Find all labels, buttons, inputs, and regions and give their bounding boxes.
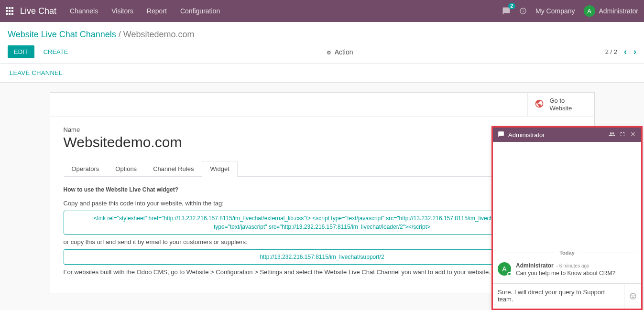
emoji-icon[interactable] — [624, 284, 641, 309]
chat-icon — [498, 131, 504, 139]
nav-report[interactable]: Report — [147, 7, 167, 15]
message-count-badge: 2 — [508, 3, 516, 9]
pager-next[interactable]: › — [633, 47, 636, 57]
messages-icon[interactable]: 2 — [502, 7, 511, 15]
breadcrumb-root[interactable]: Website Live Chat Channels — [8, 30, 116, 39]
edit-button[interactable]: EDIT — [8, 45, 34, 58]
chat-header[interactable]: Administrator — [493, 128, 641, 142]
pager: 2 / 2 ‹ › — [605, 47, 636, 57]
chat-title: Administrator — [508, 131, 605, 139]
avatar: A — [584, 5, 595, 17]
chat-body[interactable]: Today A Administrator - 6 minutes ago Ca… — [493, 142, 641, 283]
status-bar: LEAVE CHANNEL — [0, 64, 644, 83]
chat-message: A Administrator - 6 minutes ago Can you … — [498, 260, 636, 278]
nav-visitors[interactable]: Visitors — [111, 7, 133, 15]
leave-channel-button[interactable]: LEAVE CHANNEL — [10, 69, 63, 76]
pager-text: 2 / 2 — [605, 48, 617, 55]
nav-configuration[interactable]: Configuration — [180, 7, 220, 15]
chat-composer — [493, 283, 641, 309]
date-separator: Today — [498, 250, 636, 256]
expand-icon[interactable] — [619, 131, 626, 139]
button-box: Go to Website — [50, 93, 594, 117]
gear-icon: ⚙ — [327, 50, 331, 55]
tab-options[interactable]: Options — [107, 161, 145, 176]
tab-channel-rules[interactable]: Channel Rules — [145, 161, 202, 176]
message-avatar: A — [498, 262, 511, 276]
app-brand[interactable]: Live Chat — [20, 6, 56, 16]
composer-input[interactable] — [493, 284, 624, 309]
globe-icon — [535, 99, 544, 110]
user-name: Administrator — [599, 7, 638, 15]
user-menu[interactable]: A Administrator — [584, 5, 638, 17]
chat-window: Administrator Today A Administrator — [491, 126, 643, 310]
go-to-website-button[interactable]: Go to Website — [527, 93, 594, 116]
action-dropdown[interactable]: ⚙ Action — [327, 48, 353, 56]
tab-widget[interactable]: Widget — [202, 161, 237, 177]
activity-icon[interactable] — [519, 7, 527, 15]
add-user-icon[interactable] — [609, 131, 615, 139]
pager-prev[interactable]: ‹ — [624, 47, 627, 57]
control-panel: Website Live Chat Channels / Websitedemo… — [0, 22, 644, 64]
top-navbar: Live Chat Channels Visitors Report Confi… — [0, 0, 644, 22]
nav-channels[interactable]: Channels — [70, 7, 98, 15]
presence-dot — [507, 272, 512, 276]
message-author: Administrator — [516, 262, 554, 269]
create-button[interactable]: CREATE — [37, 45, 75, 58]
apps-icon[interactable] — [6, 7, 13, 15]
close-icon[interactable] — [630, 131, 636, 139]
message-text: Can you help me to Know about CRM? — [516, 270, 636, 277]
breadcrumb: Website Live Chat Channels / Websitedemo… — [8, 30, 636, 40]
message-time: - 6 minutes ago — [557, 263, 589, 268]
tab-operators[interactable]: Operators — [64, 161, 108, 176]
breadcrumb-current: Websitedemo.com — [123, 30, 195, 39]
company-switcher[interactable]: My Company — [535, 7, 575, 15]
